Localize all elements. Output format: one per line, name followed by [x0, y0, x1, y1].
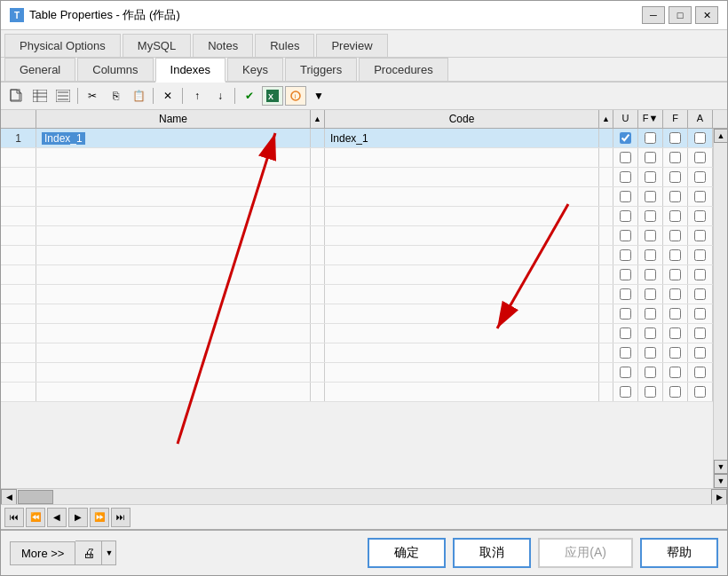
cell-u[interactable]	[613, 363, 638, 382]
checkbox-f2[interactable]	[669, 367, 681, 378]
checkbox-u[interactable]	[620, 386, 631, 398]
cell-code[interactable]	[325, 207, 599, 225]
cell-f2[interactable]	[663, 246, 688, 264]
cell-a[interactable]	[688, 304, 713, 323]
cell-code[interactable]	[325, 324, 599, 343]
checkbox-a[interactable]	[694, 230, 706, 241]
checkbox-u[interactable]	[620, 152, 631, 163]
tab-columns[interactable]: Columns	[77, 58, 153, 81]
checkbox-f[interactable]	[645, 269, 656, 280]
checkbox-a[interactable]	[694, 152, 706, 163]
cell-f[interactable]	[638, 187, 663, 206]
cell-u[interactable]	[613, 207, 638, 225]
cell-u[interactable]	[613, 285, 638, 304]
checkbox-u[interactable]	[620, 249, 631, 261]
cell-a[interactable]	[688, 363, 713, 382]
cell-u[interactable]	[613, 226, 638, 245]
toolbar-form-btn[interactable]	[52, 86, 74, 106]
checkbox-a-1[interactable]	[694, 132, 706, 144]
cell-f[interactable]	[638, 324, 663, 343]
tab-notes[interactable]: Notes	[193, 34, 253, 57]
scroll-down-2-btn[interactable]: ▼	[714, 474, 727, 488]
checkbox-f2[interactable]	[669, 152, 681, 163]
toolbar-dropdown-btn[interactable]: ▼	[308, 86, 329, 106]
cell-f2[interactable]	[663, 304, 688, 323]
cell-f[interactable]	[638, 207, 663, 225]
checkbox-a[interactable]	[694, 347, 706, 359]
print-button[interactable]: 🖨	[75, 540, 102, 565]
cell-code[interactable]	[325, 304, 599, 323]
cancel-button[interactable]: 取消	[453, 538, 531, 568]
cell-f[interactable]	[638, 304, 663, 323]
cell-code-1[interactable]: Index_1	[325, 129, 599, 147]
cell-name[interactable]	[36, 207, 311, 225]
close-button[interactable]: ✕	[695, 6, 718, 24]
toolbar-properties-btn[interactable]: i	[285, 86, 306, 106]
toolbar-new-btn[interactable]	[6, 86, 28, 106]
hscroll-left-btn[interactable]: ◀	[1, 489, 17, 505]
vertical-scrollbar[interactable]: ▲ ▼ ▼	[713, 129, 727, 488]
cell-f2[interactable]	[663, 285, 688, 304]
cell-a[interactable]	[688, 383, 713, 401]
checkbox-u[interactable]	[620, 288, 631, 300]
nav-prev-fast-btn[interactable]: ⏪	[26, 508, 45, 527]
checkbox-u-1[interactable]	[620, 132, 631, 144]
nav-next-btn[interactable]: ▶	[68, 508, 88, 527]
toolbar-excel-btn[interactable]: X	[262, 86, 283, 106]
checkbox-u[interactable]	[620, 347, 631, 359]
checkbox-f[interactable]	[645, 367, 656, 378]
cell-name[interactable]	[36, 226, 311, 245]
checkbox-f2[interactable]	[669, 347, 681, 359]
cell-f2[interactable]	[663, 168, 688, 186]
checkbox-u[interactable]	[620, 367, 631, 378]
nav-last-btn[interactable]: ⏭	[111, 508, 131, 527]
cell-f[interactable]	[638, 168, 663, 186]
checkbox-a[interactable]	[694, 210, 706, 222]
checkbox-a[interactable]	[694, 308, 706, 320]
cell-a[interactable]	[688, 187, 713, 206]
checkbox-f2-1[interactable]	[669, 132, 681, 144]
cell-code[interactable]	[325, 343, 599, 362]
checkbox-f[interactable]	[645, 308, 656, 320]
maximize-button[interactable]: □	[669, 6, 692, 24]
cell-a[interactable]	[688, 343, 713, 362]
checkbox-u[interactable]	[620, 327, 631, 339]
checkbox-f2[interactable]	[669, 269, 681, 280]
toolbar-copy-btn[interactable]: ⎘	[105, 86, 126, 106]
cell-name[interactable]	[36, 343, 311, 362]
cell-u[interactable]	[613, 246, 638, 264]
cell-f2[interactable]	[663, 343, 688, 362]
cell-a-1[interactable]	[688, 129, 713, 147]
apply-button[interactable]: 应用(A)	[538, 538, 633, 568]
nav-first-btn[interactable]: ⏮	[4, 508, 24, 527]
hscroll-thumb[interactable]	[18, 490, 53, 504]
cell-u[interactable]	[613, 304, 638, 323]
checkbox-a[interactable]	[694, 327, 706, 339]
horizontal-scrollbar[interactable]: ◀ ▶	[1, 488, 727, 504]
cell-name[interactable]	[36, 363, 311, 382]
toolbar-cut-btn[interactable]: ✂	[82, 86, 103, 106]
checkbox-f2[interactable]	[669, 308, 681, 320]
tab-indexes[interactable]: Indexes	[155, 58, 226, 83]
cell-code[interactable]	[325, 383, 599, 401]
cell-f2[interactable]	[663, 265, 688, 284]
checkbox-a[interactable]	[694, 191, 706, 202]
cell-code[interactable]	[325, 265, 599, 284]
cell-name[interactable]	[36, 148, 311, 167]
cell-f[interactable]	[638, 383, 663, 401]
cell-u[interactable]	[613, 324, 638, 343]
cell-name[interactable]	[36, 246, 311, 264]
cell-u[interactable]	[613, 343, 638, 362]
toolbar-down-btn[interactable]: ↓	[210, 86, 231, 106]
checkbox-a[interactable]	[694, 367, 706, 378]
checkbox-f2[interactable]	[669, 327, 681, 339]
cell-f[interactable]	[638, 246, 663, 264]
cell-name[interactable]	[36, 304, 311, 323]
cell-code[interactable]	[325, 187, 599, 206]
nav-next-fast-btn[interactable]: ⏩	[90, 508, 109, 527]
cell-name[interactable]	[36, 324, 311, 343]
checkbox-f[interactable]	[645, 230, 656, 241]
scroll-down-1-btn[interactable]: ▼	[714, 460, 727, 474]
checkbox-f2[interactable]	[669, 210, 681, 222]
print-dropdown-button[interactable]: ▼	[102, 540, 116, 565]
